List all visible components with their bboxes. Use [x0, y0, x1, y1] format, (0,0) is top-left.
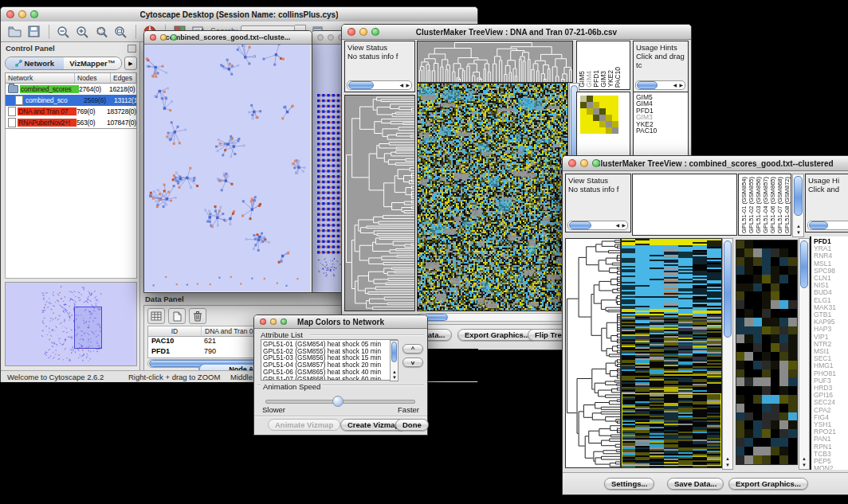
tv2-top-vscrollbar[interactable]: ▲ ▼: [792, 174, 804, 237]
mini-heatmap-cell: [606, 96, 612, 102]
mini-heatmap-cell: [587, 127, 593, 134]
zoom-selected-icon[interactable]: [92, 24, 110, 40]
tab-overflow-button[interactable]: ▶: [124, 57, 137, 70]
mini-heatmap-cell: [612, 115, 618, 121]
network-row[interactable]: combined_sco2569(6)13112(15): [6, 95, 136, 106]
tv2-column-labels: GPL51-01 (GSM854)GPL51-02 (GSM855)GPL51-…: [738, 174, 791, 236]
close-button[interactable]: [317, 34, 324, 41]
zoom-button[interactable]: [281, 318, 287, 325]
main-titlebar[interactable]: Cytoscape Desktop (Session Name: collins…: [1, 7, 477, 22]
tv2-heatmap[interactable]: [621, 238, 722, 468]
birdseye-view[interactable]: [5, 282, 137, 366]
close-button[interactable]: [150, 34, 156, 41]
save-data-button[interactable]: Save Data...: [667, 478, 724, 490]
network-table-header[interactable]: Network Nodes Edges: [6, 73, 136, 84]
dialog-titlebar[interactable]: Map Colors to Network: [254, 315, 427, 329]
minimize-button[interactable]: [580, 159, 588, 167]
tv2-gene-list[interactable]: PFD1YRA1RNR4MSL1SPC98CLN1NIS1BUD4ELG1MAK…: [810, 236, 848, 470]
control-panel-header: Control Panel: [2, 42, 139, 55]
net1-title: combined_scores_good.txt--cluste...: [166, 33, 291, 41]
tv2-genes-vscrollbar[interactable]: ▲ ▼: [799, 238, 810, 470]
minimize-button[interactable]: [328, 34, 334, 41]
animation-slider-thumb[interactable]: [332, 396, 344, 407]
tv2-heatmap-vscrollbar[interactable]: ▲ ▼: [722, 238, 733, 470]
save-icon[interactable]: [25, 24, 42, 40]
trash-icon[interactable]: [189, 308, 206, 324]
tv2-column-dendrogram[interactable]: [632, 174, 737, 236]
zoom-in-icon[interactable]: [73, 24, 91, 40]
table-icon[interactable]: [147, 308, 165, 324]
network-view-1[interactable]: [144, 45, 310, 291]
tv2-row-dendrogram[interactable]: [565, 238, 621, 468]
view-status-hscrollbar[interactable]: ◀ ▶: [567, 221, 628, 230]
mini-heatmap-cell: [587, 102, 593, 108]
usage-hints-title: Usage Hints: [636, 43, 685, 52]
network-window-1: combined_scores_good.txt--cluste...: [143, 30, 312, 293]
close-button[interactable]: [260, 318, 266, 325]
minimize-button[interactable]: [359, 28, 367, 36]
network-nodes: 769(0): [77, 107, 107, 115]
export-graphics-button[interactable]: Export Graphics...: [728, 478, 808, 490]
settings-button[interactable]: Settings...: [604, 478, 654, 490]
column-label: GPL51-01 (GSM854): [740, 177, 748, 233]
mini-heatmap-cell: [606, 121, 612, 127]
open-file-icon[interactable]: [6, 24, 23, 40]
zoom-button[interactable]: [171, 34, 177, 41]
network-row[interactable]: RNAPuberNov2+!563(0)107847(0): [6, 117, 136, 128]
tab-vizmapper[interactable]: VizMapper™: [64, 57, 122, 69]
view-status-hscrollbar[interactable]: ◀ ▶: [347, 80, 412, 90]
move-up-button[interactable]: ^: [402, 344, 423, 354]
status-zoom-hint: Right-click + drag to ZOOM: [128, 373, 220, 381]
zoom-fit-icon[interactable]: [112, 24, 129, 40]
page-icon[interactable]: [168, 308, 186, 324]
tv1-heatmap[interactable]: [417, 83, 568, 311]
network-row[interactable]: DNA and Tran 07769(0)183728(0): [6, 106, 136, 117]
row-id: PAC10: [148, 337, 201, 347]
done-button[interactable]: Done: [395, 419, 429, 431]
minimize-button[interactable]: [18, 10, 26, 18]
minimize-button[interactable]: [270, 318, 277, 325]
toolbar-separator: [135, 25, 136, 39]
usage-hints-hscrollbar[interactable]: [807, 221, 848, 230]
tv1-hscrollbar[interactable]: [417, 313, 570, 322]
tv1-column-dendrogram[interactable]: [417, 41, 573, 83]
tv1-titlebar[interactable]: ClusterMaker TreeView : DNA and Tran 07-…: [342, 25, 691, 40]
network-name: combined_scores: [20, 85, 79, 93]
zoom-button[interactable]: [371, 28, 379, 36]
network-nodes: 563(0): [77, 119, 107, 127]
close-button[interactable]: [347, 28, 355, 36]
attribute-list-scrollbar[interactable]: ▲ ▼: [390, 340, 398, 381]
tv2-titlebar[interactable]: ClusterMaker TreeView : combined_scores_…: [563, 156, 848, 171]
attribute-item[interactable]: GPL51-07 (GSM868) heat shock 60 min: [263, 376, 397, 381]
float-panel-icon[interactable]: [128, 45, 136, 53]
export-graphics-button[interactable]: Export Graphics...: [457, 329, 537, 341]
tv1-mini-heatmap[interactable]: [580, 96, 626, 134]
minimize-button[interactable]: [160, 34, 167, 41]
close-button[interactable]: [568, 159, 576, 167]
network-edges: 183728(0): [107, 107, 136, 115]
animate-vizmap-button[interactable]: Animate Vizmap: [268, 419, 340, 431]
zoom-button[interactable]: [30, 10, 38, 18]
tv2-zoom-heatmap[interactable]: [736, 240, 798, 465]
zoom-button[interactable]: [592, 159, 600, 167]
mini-heatmap-cell: [587, 121, 593, 127]
close-button[interactable]: [6, 10, 14, 18]
mini-heatmap-cell: [599, 121, 606, 127]
treeview-window-combined: ClusterMaker TreeView : combined_scores_…: [562, 155, 848, 495]
network-row[interactable]: combined_scores2764(0)16218(0): [6, 84, 136, 95]
tab-network[interactable]: Network: [6, 57, 64, 69]
network-nodes: 2569(6): [84, 96, 114, 104]
mini-heatmap-cell: [612, 121, 618, 127]
mini-heatmap-cell: [606, 108, 612, 115]
mini-heatmap-cell: [593, 121, 599, 127]
move-down-button[interactable]: v: [402, 357, 423, 367]
zoom-out-icon[interactable]: [54, 24, 72, 40]
tv2-button-bar: Settings... Save Data... Export Graphics…: [563, 472, 848, 494]
net1-titlebar[interactable]: combined_scores_good.txt--cluste...: [144, 31, 312, 45]
mini-heatmap-cell: [580, 102, 587, 108]
attribute-list[interactable]: GPL51-01 (GSM854) heat shock 05 minGPL51…: [261, 339, 398, 381]
status-pan-hint: Middle-: [230, 373, 255, 381]
tv1-row-dendrogram[interactable]: [344, 95, 415, 311]
file-icon: [8, 107, 16, 116]
usage-hints-hscrollbar[interactable]: ◀ ▶: [635, 80, 685, 90]
